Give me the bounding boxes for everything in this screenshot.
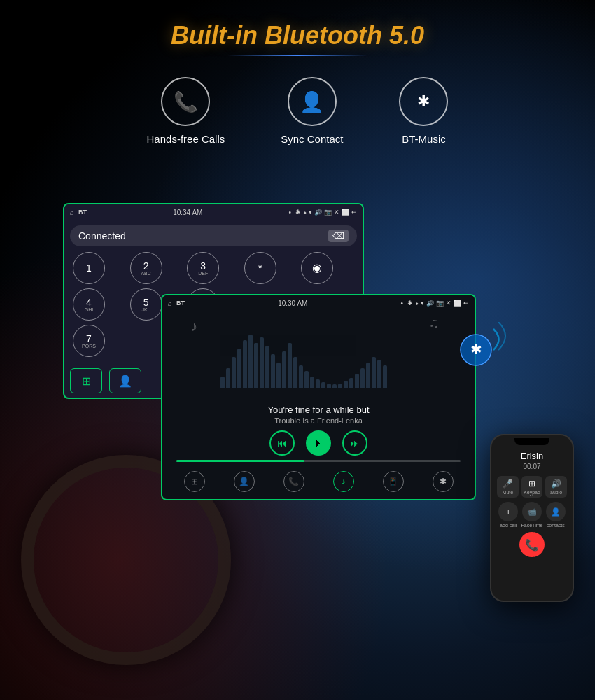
phone-screen: Erisin 00:07 🎤 Mute ⊞ Keypad 🔊 audio +: [491, 448, 573, 560]
add-call-button[interactable]: + add call: [498, 502, 518, 528]
phone-mockup: Erisin 00:07 🎤 Mute ⊞ Keypad 🔊 audio +: [490, 434, 574, 602]
time-display: 10:34 AM: [91, 209, 284, 216]
music-note-1: ♪: [190, 318, 197, 335]
nav-phone2[interactable]: 📱: [383, 471, 404, 492]
keypad-button[interactable]: ⊞ Keypad: [522, 476, 543, 498]
song-title: You're fine for a while but: [169, 405, 468, 415]
grid-nav-button[interactable]: ⊞: [70, 368, 102, 393]
hands-free-label: Hands-free Calls: [147, 133, 225, 145]
home-icon: ⌂: [70, 209, 74, 216]
music-content: ♪ ♫: [162, 311, 475, 499]
feature-bt-music: ✱ BT-Music: [399, 77, 448, 145]
phone-button-grid: 🎤 Mute ⊞ Keypad 🔊 audio: [497, 476, 567, 498]
nav-phone[interactable]: 📞: [284, 471, 304, 492]
bt-waves-area: ✱: [455, 322, 511, 381]
bt-music-label: BT-Music: [402, 133, 446, 145]
music-controls: ⏮ ⏵ ⏭: [169, 430, 468, 456]
music-time: 10:30 AM: [189, 300, 396, 307]
feature-hands-free: 📞 Hands-free Calls: [147, 77, 225, 145]
contacts-phone-button[interactable]: 👤 contacts: [546, 502, 566, 528]
dial-4[interactable]: 4GHI: [73, 288, 105, 321]
delete-button[interactable]: ⌫: [328, 230, 349, 242]
hands-free-icon: 📞: [161, 77, 210, 126]
music-visualizer: ♪ ♫: [169, 315, 468, 405]
bt-label-music: BT: [176, 300, 185, 307]
dial-5[interactable]: 5JKL: [130, 288, 162, 321]
features-row: 📞 Hands-free Calls 👤 Sync Contact ✱ BT-M…: [0, 77, 595, 145]
status-icons: ✱ ⬥ ▾ 🔊 📷 ✕ ⬜ ↩: [295, 209, 357, 216]
title-section: Built-in Bluetooth 5.0: [0, 0, 595, 56]
phone-notch: [514, 438, 550, 445]
call-duration: 00:07: [497, 463, 567, 470]
contacts-nav-button[interactable]: 👤: [109, 368, 141, 393]
dialer-status-bar: ⌂ BT 10:34 AM • ✱ ⬥ ▾ 🔊 📷 ✕ ⬜ ↩: [64, 204, 363, 220]
mute-button[interactable]: 🎤 Mute: [497, 476, 519, 498]
progress-bar[interactable]: [176, 460, 461, 462]
home-icon-music: ⌂: [168, 300, 172, 307]
dial-3[interactable]: 3DEF: [187, 252, 219, 284]
title-underline: [227, 55, 368, 56]
feature-sync-contact: 👤 Sync Contact: [281, 77, 343, 145]
nav-contacts[interactable]: 👤: [234, 471, 255, 492]
nav-grid[interactable]: ⊞: [184, 471, 205, 492]
music-status-bar: ⌂ BT 10:30 AM • ✱ ⬥ ▾ 🔊 📷 ✕ ⬜ ↩: [162, 295, 475, 311]
prev-button[interactable]: ⏮: [270, 430, 295, 456]
dial-7[interactable]: 7PQRS: [73, 325, 105, 357]
nav-bluetooth[interactable]: ✱: [433, 471, 454, 492]
viz-bars: [220, 332, 416, 388]
dial-1[interactable]: 1: [73, 252, 105, 284]
song-artist: Trouble Is a Friend-Lenka: [169, 416, 468, 425]
end-call-button[interactable]: 📞: [519, 532, 545, 557]
screens-container: ⌂ BT 10:34 AM • ✱ ⬥ ▾ 🔊 📷 ✕ ⬜ ↩ Connecte…: [63, 203, 483, 455]
connected-text: Connected: [78, 230, 126, 241]
music-bottom-nav: ⊞ 👤 📞 ♪ 📱 ✱: [169, 468, 468, 495]
music-screen: ⌂ BT 10:30 AM • ✱ ⬥ ▾ 🔊 📷 ✕ ⬜ ↩ ♪: [161, 294, 476, 500]
svg-text:✱: ✱: [470, 342, 482, 357]
sync-contact-label: Sync Contact: [281, 133, 343, 145]
dial-2[interactable]: 2ABC: [130, 252, 162, 284]
next-button[interactable]: ⏭: [342, 430, 368, 456]
progress-fill: [176, 460, 304, 462]
caller-name: Erisin: [497, 451, 567, 461]
music-note-2: ♫: [429, 315, 440, 331]
speaker-button[interactable]: 🔊 audio: [545, 476, 567, 498]
music-status-icons: ✱ ⬥ ▾ 🔊 📷 ✕ ⬜ ↩: [407, 300, 469, 307]
bluetooth-waves-svg: ✱: [455, 322, 511, 378]
phone-add-row: + add call 📹 FaceTime 👤 contacts: [497, 502, 567, 528]
play-pause-button[interactable]: ⏵: [306, 430, 331, 456]
facetime-button[interactable]: 📹 FaceTime: [522, 502, 543, 528]
dial-star[interactable]: *: [244, 252, 276, 284]
connected-bar: Connected ⌫: [70, 225, 357, 246]
bt-label: BT: [78, 209, 87, 216]
dial-voicemail[interactable]: ◉: [301, 252, 333, 284]
nav-music[interactable]: ♪: [333, 471, 354, 492]
main-title: Built-in Bluetooth 5.0: [0, 21, 595, 50]
sync-contact-icon: 👤: [288, 77, 337, 126]
bt-music-icon: ✱: [399, 77, 448, 126]
